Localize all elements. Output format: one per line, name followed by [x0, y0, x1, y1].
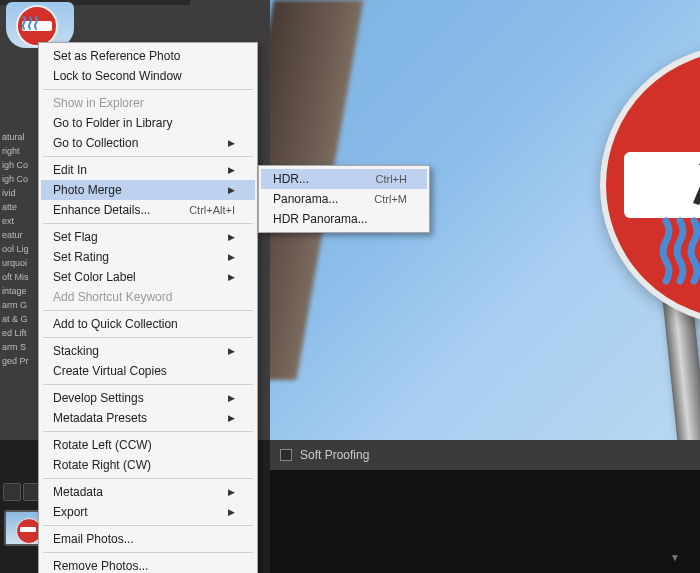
photo-merge-submenu: HDR... Ctrl+H Panorama... Ctrl+M HDR Pan… — [258, 165, 430, 233]
preset-item[interactable]: atte — [2, 200, 38, 214]
menu-set-reference[interactable]: Set as Reference Photo — [41, 46, 255, 66]
preset-item[interactable]: ext — [2, 214, 38, 228]
menu-separator — [43, 478, 253, 479]
menu-separator — [43, 525, 253, 526]
context-menu: Set as Reference Photo Lock to Second Wi… — [38, 42, 258, 573]
menu-set-rating[interactable]: Set Rating▶ — [41, 247, 255, 267]
chevron-right-icon: ▶ — [228, 185, 235, 195]
chevron-right-icon: ▶ — [228, 413, 235, 423]
menu-separator — [43, 223, 253, 224]
chevron-right-icon: ▶ — [228, 252, 235, 262]
menu-metadata-presets[interactable]: Metadata Presets▶ — [41, 408, 255, 428]
submenu-panorama[interactable]: Panorama... Ctrl+M — [261, 189, 427, 209]
menu-separator — [43, 337, 253, 338]
menu-edit-in[interactable]: Edit In▶ — [41, 160, 255, 180]
chevron-right-icon: ▶ — [228, 393, 235, 403]
shortcut-label: Ctrl+M — [354, 193, 407, 205]
menu-separator — [43, 384, 253, 385]
preset-item[interactable]: urquoi — [2, 256, 38, 270]
preset-item[interactable]: arm S — [2, 340, 38, 354]
filmstrip-panel — [270, 470, 700, 573]
menu-enhance-details[interactable]: Enhance Details...Ctrl+Alt+I — [41, 200, 255, 220]
soft-proofing-checkbox[interactable] — [280, 449, 292, 461]
menu-show-explorer: Show in Explorer — [41, 93, 255, 113]
preset-item[interactable]: at & G — [2, 312, 38, 326]
menu-separator — [43, 156, 253, 157]
panel-toggle-down-icon[interactable]: ▼ — [670, 552, 680, 563]
menu-add-quick-collection[interactable]: Add to Quick Collection — [41, 314, 255, 334]
submenu-hdr[interactable]: HDR... Ctrl+H — [261, 169, 427, 189]
chevron-right-icon: ▶ — [228, 272, 235, 282]
menu-remove[interactable]: Remove Photos... — [41, 556, 255, 573]
menu-set-flag[interactable]: Set Flag▶ — [41, 227, 255, 247]
menu-goto-collection[interactable]: Go to Collection▶ — [41, 133, 255, 153]
chevron-right-icon: ▶ — [228, 165, 235, 175]
shortcut-label: Ctrl+Alt+I — [169, 204, 235, 216]
menu-stacking[interactable]: Stacking▶ — [41, 341, 255, 361]
preset-item[interactable]: ivid — [2, 186, 38, 200]
chevron-right-icon: ▶ — [228, 507, 235, 517]
menu-rotate-left[interactable]: Rotate Left (CCW) — [41, 435, 255, 455]
menu-virtual-copies[interactable]: Create Virtual Copies — [41, 361, 255, 381]
chevron-right-icon: ▶ — [228, 487, 235, 497]
preset-item[interactable]: atural — [2, 130, 38, 144]
preset-item[interactable]: arm G — [2, 298, 38, 312]
menu-metadata[interactable]: Metadata▶ — [41, 482, 255, 502]
submenu-hdr-panorama[interactable]: HDR Panorama... — [261, 209, 427, 229]
preset-item[interactable]: ged Pr — [2, 354, 38, 368]
menu-add-shortcut-keyword: Add Shortcut Keyword — [41, 287, 255, 307]
menu-export[interactable]: Export▶ — [41, 502, 255, 522]
menu-set-color[interactable]: Set Color Label▶ — [41, 267, 255, 287]
preset-item[interactable]: igh Co — [2, 172, 38, 186]
menu-lock-window[interactable]: Lock to Second Window — [41, 66, 255, 86]
chevron-right-icon: ▶ — [228, 138, 235, 148]
menu-separator — [43, 552, 253, 553]
chevron-right-icon: ▶ — [228, 232, 235, 242]
preset-item[interactable]: ed Lift — [2, 326, 38, 340]
grid-view-icon[interactable] — [3, 483, 21, 501]
menu-separator — [43, 89, 253, 90]
preset-item[interactable]: right — [2, 144, 38, 158]
preset-item[interactable]: igh Co — [2, 158, 38, 172]
menu-develop-settings[interactable]: Develop Settings▶ — [41, 388, 255, 408]
preset-list[interactable]: aturalrightigh Coigh Coividatteexteaturo… — [0, 130, 38, 368]
menu-separator — [43, 431, 253, 432]
preset-item[interactable]: oft Mis — [2, 270, 38, 284]
menu-separator — [43, 310, 253, 311]
preset-item[interactable]: eatur — [2, 228, 38, 242]
soft-proofing-label: Soft Proofing — [300, 448, 369, 462]
menu-goto-folder[interactable]: Go to Folder in Library — [41, 113, 255, 133]
menu-rotate-right[interactable]: Rotate Right (CW) — [41, 455, 255, 475]
menu-email[interactable]: Email Photos... — [41, 529, 255, 549]
chevron-right-icon: ▶ — [228, 346, 235, 356]
preset-item[interactable]: ool Lig — [2, 242, 38, 256]
shortcut-label: Ctrl+H — [356, 173, 407, 185]
no-entry-sign — [600, 45, 700, 325]
preset-item[interactable]: intage — [2, 284, 38, 298]
menu-photo-merge[interactable]: Photo Merge▶ — [41, 180, 255, 200]
toolbar-bottom: Soft Proofing — [270, 440, 700, 470]
